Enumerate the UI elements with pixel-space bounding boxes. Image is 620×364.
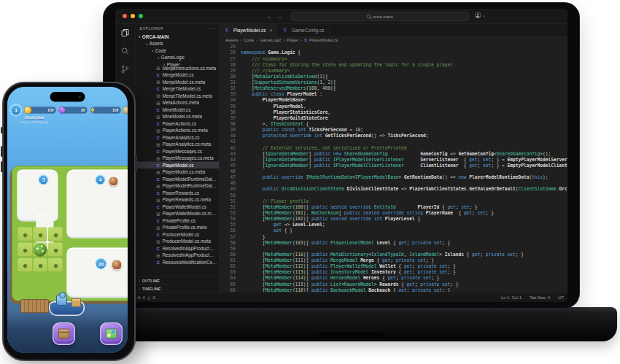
activity-source-control-icon[interactable] xyxy=(115,64,135,75)
problems-status[interactable]: ⊘ 0 △ 0 xyxy=(137,295,155,300)
code-token: [ xyxy=(241,85,255,91)
line-number: 37 xyxy=(220,115,241,121)
file-label: MetaActions.meta xyxy=(163,100,199,105)
explorer-file[interactable]: ▤ProducerModel.cs.meta xyxy=(136,238,220,245)
sidebar-panel-timeline[interactable]: ›TIMELINE xyxy=(136,284,220,293)
code-token: [ xyxy=(241,204,266,210)
explorer-file[interactable]: ▤MergeModel.cs.meta xyxy=(136,79,220,86)
explorer-root-folder[interactable]: ∨ORCA-MAIN xyxy=(136,34,220,41)
code-token: [ xyxy=(241,150,266,156)
farm-plot[interactable] xyxy=(18,228,32,242)
level-badge[interactable]: 1 xyxy=(9,104,23,117)
code-token: MetaMember xyxy=(266,204,292,210)
explorer-file[interactable]: ▤PlayerAnalytics.cs.meta xyxy=(136,141,220,148)
minimize-window-button[interactable] xyxy=(131,14,135,18)
explorer-file[interactable]: CPlayerRewards.cs xyxy=(136,190,220,197)
breadcrumb-item[interactable]: Assets xyxy=(225,38,238,42)
explorer-file[interactable]: ▤PlayerModel.cs.meta xyxy=(136,169,220,176)
file-label: MergeTileModel.cs.meta xyxy=(163,93,213,98)
explorer-file[interactable]: ▤MetaActions.meta xyxy=(136,99,220,107)
breadcrumb-item[interactable]: PlayerModel.cs xyxy=(309,38,338,42)
explorer-file[interactable]: ▤PlayerWalletModel.cs.meta xyxy=(136,210,220,217)
explorer-file[interactable]: ▤PrivateProfile.cs.meta xyxy=(136,224,220,231)
explorer-file[interactable]: CPlayerAnalytics.cs xyxy=(136,134,220,142)
code-token: Level xyxy=(377,239,391,245)
resource-pill-gem[interactable]: 30 xyxy=(59,107,88,114)
explorer-actions-icon[interactable]: ··· xyxy=(209,26,215,31)
explorer-file[interactable]: CMineModel.cs xyxy=(136,107,220,114)
breadcrumb-item[interactable]: GameLogic xyxy=(260,38,281,42)
explorer-file[interactable]: CProducerModel.cs xyxy=(136,231,220,239)
explorer-file[interactable]: ▤PlayerMessages.cs.meta xyxy=(136,155,220,162)
code-token: 102 xyxy=(295,216,303,222)
farm-plot[interactable] xyxy=(33,228,47,242)
player-id: (Player:93XX0cpr5j) xyxy=(7,120,62,125)
farm-plot[interactable] xyxy=(48,228,62,242)
code-token: { xyxy=(398,281,406,287)
status-item[interactable]: UT xyxy=(558,295,564,300)
status-item[interactable]: Ln 1, Col 1 xyxy=(501,295,522,300)
farm-plot[interactable] xyxy=(18,258,32,273)
zoom-window-button[interactable] xyxy=(139,14,143,18)
line-number: 29 xyxy=(220,68,241,74)
box-button[interactable] xyxy=(53,322,75,345)
resource-pill-energy[interactable]: 100 xyxy=(90,107,121,114)
explorer-file[interactable]: CMergeTileModel.cs xyxy=(136,85,220,93)
breadcrumb-item[interactable]: Player xyxy=(287,38,298,42)
explorer-file[interactable]: ▤MergeTileModel.cs.meta xyxy=(136,93,220,100)
code-line: 64 [MetaMember(114)] public HeroesModel … xyxy=(220,275,567,281)
island-badge[interactable]: 4 xyxy=(95,174,106,186)
farm-plot[interactable] xyxy=(48,243,62,257)
explorer-file[interactable]: CPrivateProfile.cs xyxy=(136,217,220,225)
explorer-file[interactable]: CPlayerActions.cs xyxy=(136,120,220,128)
explorer-folder[interactable]: ∨Assets xyxy=(136,40,220,47)
explorer-file[interactable]: ▤MergeInstructions.cs.meta xyxy=(136,65,220,72)
forward-icon[interactable]: → xyxy=(277,13,283,20)
code-token: MetaMember xyxy=(266,210,292,216)
explorer-file[interactable]: ▤ResolvedInAppProductContent.cs.meta xyxy=(136,252,220,259)
explorer-file[interactable]: ▤MineModel.cs.meta xyxy=(136,113,220,120)
close-icon[interactable]: × xyxy=(269,27,272,33)
explorer-file[interactable]: ▤PlayerActions.cs.meta xyxy=(136,127,220,134)
back-icon[interactable]: ← xyxy=(266,13,272,20)
folder-label: Assets xyxy=(150,41,163,46)
farm-tree[interactable] xyxy=(33,243,47,257)
island-badge[interactable]: 3 xyxy=(38,174,50,186)
resource-pill-coin[interactable]: 100 xyxy=(26,107,56,114)
farm-plot[interactable] xyxy=(18,243,32,257)
code-editor[interactable]: 2526namespace Game.Logic {27 /// <summar… xyxy=(220,44,567,293)
farm-plot[interactable] xyxy=(33,258,47,273)
breadcrumb-item[interactable]: Code xyxy=(244,38,254,42)
tab-GameConfig.cs[interactable]: CGameConfig.cs xyxy=(278,24,330,36)
activity-explorer-icon[interactable] xyxy=(115,28,135,39)
explorer-file[interactable]: CPlayerModelRuntimeData.cs xyxy=(136,176,220,183)
code-line: 35 PlayerModel, xyxy=(220,103,567,109)
activity-search-icon[interactable] xyxy=(115,46,135,57)
map-icon xyxy=(106,329,117,339)
explorer-file[interactable]: CResourceModificationContext.cs xyxy=(136,259,220,266)
account-menu[interactable]: ⌄ xyxy=(475,12,486,19)
tab-PlayerModel.cs[interactable]: CPlayerModel.cs× xyxy=(220,24,278,37)
explorer-file[interactable]: CResolvedInAppProductContent.cs xyxy=(136,245,220,252)
explorer-folder[interactable]: ∨GameLogic xyxy=(136,54,220,61)
code-token: public sealed override int xyxy=(311,216,385,222)
explorer-folder[interactable]: ∨Code xyxy=(136,47,220,55)
breadcrumb-separator: › xyxy=(283,38,284,42)
island-board[interactable]: 3420 xyxy=(12,166,128,301)
island-badge[interactable]: 20 xyxy=(95,257,108,271)
map-button[interactable] xyxy=(100,322,123,345)
explorer-file[interactable]: ▤PlayerModelRuntimeData.cs.meta xyxy=(136,182,220,190)
farm-plot[interactable] xyxy=(48,258,62,273)
explorer-file[interactable]: CPlayerModel.cs xyxy=(136,162,220,169)
explorer-file[interactable]: CMergeModel.cs xyxy=(136,71,220,79)
status-item[interactable]: Tab Size: 4 xyxy=(530,295,550,300)
level-value: 1 xyxy=(15,107,18,114)
explorer-file[interactable]: ▤PlayerRewards.cs.meta xyxy=(136,196,220,204)
sidebar-panel-outline[interactable]: ›OUTLINE xyxy=(136,277,220,285)
explorer-file[interactable]: CPlayerMessages.cs xyxy=(136,148,220,155)
command-center-search[interactable]: orca-main xyxy=(290,12,470,21)
line-number: 40 xyxy=(220,133,241,139)
close-window-button[interactable] xyxy=(123,14,127,18)
resource-pill-builder[interactable]: 2/2 xyxy=(124,107,128,114)
explorer-file[interactable]: CPlayerWalletModel.cs xyxy=(136,204,220,211)
